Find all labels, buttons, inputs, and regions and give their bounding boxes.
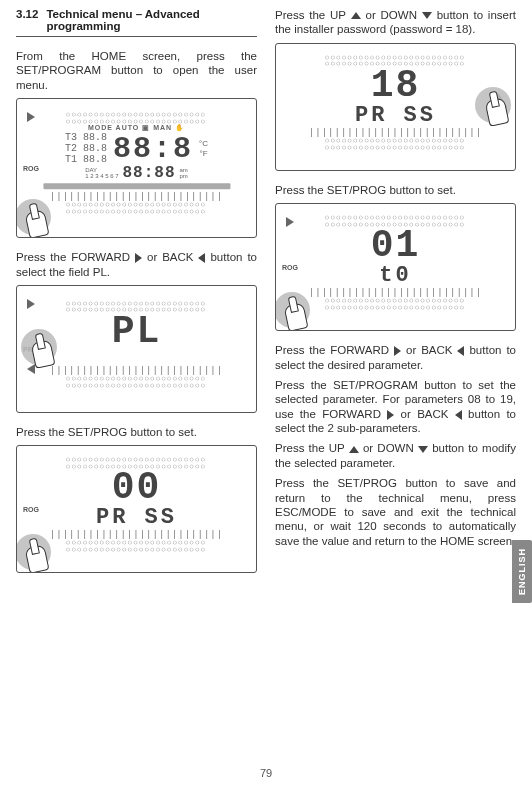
lcd-1: ○○○○○○○○○○○○○○○○○○○○○○○○○○○○○○○○○○○○○○○○… [29, 111, 244, 214]
right-para-2: Press the SET/PROG button to set. [275, 183, 516, 197]
dot-row: ○○○○○○○○○○○○○○○○○○○○○○○○○○○○○○○○○○○○○○○○… [29, 111, 244, 124]
lcd-4: ○○○○○○○○○○○○○○○○○○○○○○○○○○○○○○○○○○○○○○○○… [288, 54, 503, 150]
hand-icon [275, 290, 316, 331]
prog-label: ROG [282, 264, 298, 271]
left-para-2: Press the FORWARD or BACK button to sele… [16, 250, 257, 279]
left-column: 3.12 Technical menu – Advanced programmi… [16, 8, 257, 585]
big-18: 18 [288, 67, 503, 105]
unit-f: °F [199, 149, 208, 159]
up-icon [351, 12, 361, 19]
day-block: DAY 1 2 3 4 5 6 7 [85, 167, 118, 179]
hand-icon [16, 532, 57, 573]
page-columns: 3.12 Technical menu – Advanced programmi… [16, 8, 516, 585]
t1-readout: T1 88.8 [65, 154, 107, 165]
right-para-3: Press the FORWARD or BACK button to sele… [275, 343, 516, 372]
tick-row: ||||||||||||||||||||||||||| [29, 191, 244, 201]
ampm: am pm [180, 167, 188, 179]
right-para-6: Press the SET/PROG button to save and re… [275, 476, 516, 548]
bar-strip [43, 183, 230, 189]
down-icon [418, 446, 428, 453]
prog-label: ROG [23, 506, 39, 513]
hand-icon [19, 327, 63, 371]
unit-stack: °C °F [199, 139, 208, 158]
language-tab: ENGLISH [512, 540, 532, 603]
lcd-5: ○○○○○○○○○○○○○○○○○○○○○○○○○○○○○○○○○○○○○○○○… [288, 214, 503, 310]
mid-t0: t0 [288, 265, 503, 287]
back-icon [455, 410, 462, 420]
forward-arrow-icon [27, 112, 35, 122]
section-rule [16, 36, 257, 37]
prog-label: ROG [23, 165, 39, 172]
dot-row-bottom: ○○○○○○○○○○○○○○○○○○○○○○○○○○○○○○○○○○○○○○○○… [29, 201, 244, 214]
section-title: Technical menu – Advanced programming [46, 8, 257, 32]
forward-arrow-icon [27, 299, 35, 309]
section-number: 3.12 [16, 8, 38, 32]
mid-pass: PR SS [29, 507, 244, 529]
big-00: 00 [29, 469, 244, 507]
hand-icon [16, 197, 57, 238]
temp-stack: T3 88.8 T2 88.8 T1 88.8 [65, 132, 107, 165]
big-temp: 88:8 [113, 134, 193, 164]
big-01: 01 [288, 227, 503, 265]
left-para-3: Press the SET/PROG button to set. [16, 425, 257, 439]
clock: 88:88 [123, 165, 176, 181]
figure-3: ○○○○○○○○○○○○○○○○○○○○○○○○○○○○○○○○○○○○○○○○… [16, 445, 257, 573]
right-para-1: Press the UP or DOWN button to insert th… [275, 8, 516, 37]
down-icon [422, 12, 432, 19]
section-header: 3.12 Technical menu – Advanced programmi… [16, 8, 257, 32]
t3-readout: T3 88.8 [65, 132, 107, 143]
figure-1: ○○○○○○○○○○○○○○○○○○○○○○○○○○○○○○○○○○○○○○○○… [16, 98, 257, 238]
left-para-1: From the HOME screen, press the SET/PROG… [16, 49, 257, 92]
figure-5: ○○○○○○○○○○○○○○○○○○○○○○○○○○○○○○○○○○○○○○○○… [275, 203, 516, 331]
forward-icon [394, 346, 401, 356]
mid-pass: PR SS [288, 105, 503, 127]
page-number: 79 [0, 767, 532, 779]
lcd-3: ○○○○○○○○○○○○○○○○○○○○○○○○○○○○○○○○○○○○○○○○… [29, 456, 244, 552]
hand-icon [473, 85, 516, 129]
mode-line: MODE AUTO ▣ MAN ✋ [29, 124, 244, 132]
figure-4: ○○○○○○○○○○○○○○○○○○○○○○○○○○○○○○○○○○○○○○○○… [275, 43, 516, 171]
forward-icon [135, 253, 142, 263]
unit-c: °C [199, 139, 208, 149]
figure-2: ○○○○○○○○○○○○○○○○○○○○○○○○○○○○○○○○○○○○○○○○… [16, 285, 257, 413]
nav-arrows-left [27, 111, 35, 123]
forward-arrow-icon [286, 217, 294, 227]
up-icon [349, 446, 359, 453]
right-para-5: Press the UP or DOWN button to modify th… [275, 441, 516, 470]
right-column: Press the UP or DOWN button to insert th… [275, 8, 516, 585]
nav-arrows [286, 216, 294, 228]
t2-readout: T2 88.8 [65, 143, 107, 154]
right-para-4: Press the SET/PROGRAM button to set the … [275, 378, 516, 436]
